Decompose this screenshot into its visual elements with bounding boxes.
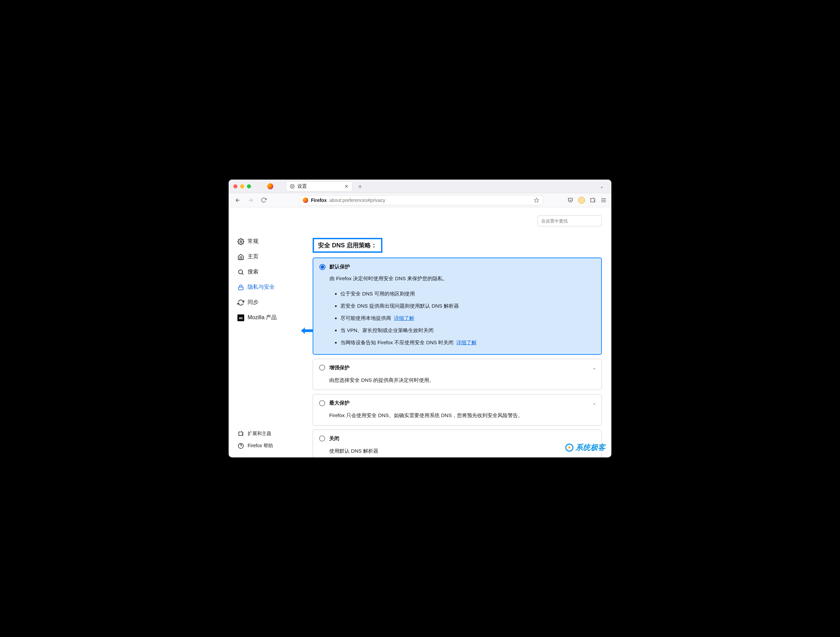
svg-point-0: [292, 186, 293, 187]
settings-sidebar: 常规 主页 搜索 隐私与安全: [229, 207, 306, 457]
forward-button[interactable]: [246, 196, 255, 205]
gear-icon: [290, 184, 295, 189]
maximize-window-button[interactable]: [247, 184, 251, 188]
chevron-down-icon[interactable]: ⌄: [592, 365, 596, 370]
help-icon: [237, 443, 244, 449]
watermark-text: 系统极客: [575, 443, 605, 453]
sidebar-footer-label: Firefox 帮助: [248, 443, 273, 449]
svg-rect-8: [238, 287, 243, 290]
radio-icon[interactable]: [319, 435, 325, 441]
svg-point-6: [238, 270, 243, 274]
option-bullets: 位于安全 DNS 可用的地区则使用 若安全 DNS 提供商出现问题则使用默认 D…: [338, 288, 595, 349]
settings-search-input[interactable]: [538, 215, 602, 226]
search-icon: [237, 269, 244, 275]
toolbar-actions: [567, 197, 606, 204]
puzzle-icon: [237, 430, 244, 437]
tab-title: 设置: [297, 183, 307, 190]
home-icon: [237, 253, 244, 260]
url-label: Firefox about:preferences#privacy: [311, 198, 385, 203]
sidebar-item-label: 常规: [248, 238, 259, 245]
option-title: 增强保护: [329, 365, 349, 371]
minimize-window-button[interactable]: [240, 184, 244, 188]
svg-marker-1: [534, 198, 538, 202]
close-window-button[interactable]: [234, 184, 237, 188]
dns-option-off[interactable]: 关闭 使用默认 DNS 解析器: [313, 430, 602, 458]
option-desc: 由您选择安全 DNS 的提供商并决定何时使用。: [329, 376, 595, 384]
sidebar-footer-help[interactable]: Firefox 帮助: [232, 440, 303, 452]
firefox-icon: [267, 183, 273, 190]
sidebar-item-home[interactable]: 主页: [232, 249, 303, 264]
titlebar: 设置 ✕ ＋ ⌄: [229, 180, 611, 193]
menu-icon[interactable]: [600, 197, 606, 203]
window-controls: [234, 184, 251, 188]
bullet: 当网络设备告知 Firefox 不应使用安全 DNS 时关闭详细了解: [340, 337, 595, 349]
radio-icon[interactable]: [319, 400, 325, 406]
dns-option-enhanced[interactable]: ⌄ 增强保护 由您选择安全 DNS 的提供商并决定何时使用。: [313, 359, 602, 390]
bullet: 若安全 DNS 提供商出现问题则使用默认 DNS 解析器: [340, 300, 595, 312]
option-desc: Firefox 只会使用安全 DNS。如确实需要使用系统 DNS，您将预先收到安…: [329, 411, 595, 420]
bullet: 位于安全 DNS 可用的地区则使用: [340, 288, 595, 300]
chevron-down-icon[interactable]: ⌄: [592, 400, 596, 406]
toolbar: Firefox about:preferences#privacy: [229, 193, 611, 207]
firefox-icon: [303, 198, 308, 203]
account-avatar[interactable]: [578, 197, 585, 204]
address-bar[interactable]: Firefox about:preferences#privacy: [299, 195, 543, 205]
back-button[interactable]: [234, 196, 242, 205]
section-title: 安全 DNS 启用策略：: [313, 238, 382, 253]
sidebar-item-search[interactable]: 搜索: [232, 264, 303, 280]
option-title: 默认保护: [330, 264, 350, 270]
sidebar-item-privacy[interactable]: 隐私与安全: [232, 280, 303, 295]
dns-option-max[interactable]: ⌄ 最大保护 Firefox 只会使用安全 DNS。如确实需要使用系统 DNS，…: [313, 394, 602, 425]
extensions-icon[interactable]: [590, 197, 596, 203]
learn-more-link[interactable]: 详细了解: [394, 315, 414, 321]
sidebar-item-label: 主页: [248, 253, 259, 260]
bookmark-star-icon[interactable]: [534, 198, 539, 203]
sidebar-item-mozilla[interactable]: m Mozilla 产品: [232, 310, 303, 325]
browser-tab[interactable]: 设置 ✕: [286, 181, 352, 191]
radio-icon[interactable]: [319, 365, 325, 371]
sidebar-item-label: 隐私与安全: [248, 284, 275, 291]
bullet: 当 VPN、家长控制或企业策略生效时关闭: [340, 324, 595, 337]
gear-icon: [237, 238, 244, 245]
bullet: 尽可能使用本地提供商详细了解: [340, 312, 595, 324]
mozilla-icon: m: [237, 315, 244, 321]
sync-icon: [237, 299, 244, 306]
svg-point-5: [240, 240, 242, 242]
sidebar-item-general[interactable]: 常规: [232, 234, 303, 249]
sidebar-item-label: Mozilla 产品: [248, 314, 277, 321]
watermark-icon: [565, 444, 573, 452]
browser-window: 设置 ✕ ＋ ⌄ Firefox about:preferences#priva…: [229, 180, 611, 457]
sidebar-footer-label: 扩展和主题: [248, 431, 271, 437]
sidebar-item-label: 搜索: [248, 268, 259, 275]
tabs-dropdown-icon[interactable]: ⌄: [597, 182, 606, 190]
option-desc: 使用默认 DNS 解析器: [329, 447, 595, 455]
option-desc: 由 Firefox 决定何时使用安全 DNS 来保护您的隐私。: [330, 274, 595, 283]
dns-option-default[interactable]: 默认保护 由 Firefox 决定何时使用安全 DNS 来保护您的隐私。 位于安…: [313, 258, 602, 355]
radio-icon[interactable]: [319, 264, 325, 270]
content-area: 常规 主页 搜索 隐私与安全: [229, 207, 611, 457]
lock-icon: [237, 284, 244, 291]
sidebar-item-label: 同步: [248, 299, 259, 306]
close-tab-icon[interactable]: ✕: [344, 183, 349, 189]
new-tab-button[interactable]: ＋: [357, 182, 363, 190]
option-title: 最大保护: [329, 400, 349, 406]
learn-more-link[interactable]: 详细了解: [456, 340, 477, 345]
sidebar-footer-extensions[interactable]: 扩展和主题: [232, 428, 303, 440]
settings-main: 安全 DNS 启用策略： 默认保护 由 Firefox 决定何时使用安全 DNS…: [306, 207, 611, 457]
reload-button[interactable]: [259, 196, 268, 205]
sidebar-item-sync[interactable]: 同步: [232, 295, 303, 310]
watermark: 系统极客: [565, 443, 605, 453]
option-title: 关闭: [329, 435, 339, 442]
pocket-icon[interactable]: [567, 197, 573, 203]
svg-line-7: [242, 273, 243, 275]
